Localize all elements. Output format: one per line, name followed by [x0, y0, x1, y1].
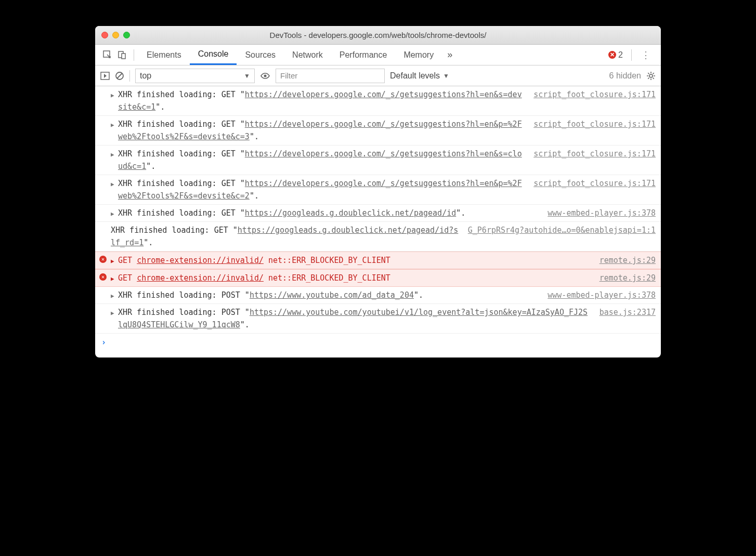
levels-label: Default levels [390, 71, 440, 81]
error-icon: ✕ [608, 51, 616, 59]
source-link[interactable]: script_foot_closure.js:171 [533, 177, 656, 202]
console-log-row[interactable]: ▶XHR finished loading: GET "https://goog… [95, 205, 661, 222]
filter-placeholder: Filter [280, 71, 297, 80]
console-output: ▶XHR finished loading: GET "https://deve… [95, 86, 661, 334]
device-toggle-icon[interactable] [115, 50, 129, 60]
tab-performance[interactable]: Performance [331, 45, 396, 65]
svg-line-12 [648, 73, 649, 74]
svg-line-15 [653, 73, 654, 74]
source-link[interactable]: base.js:2317 [599, 306, 656, 331]
log-message: XHR finished loading: POST "https://www.… [111, 289, 540, 301]
log-message: XHR finished loading: GET "https://devel… [111, 177, 526, 202]
console-log-row[interactable]: XHR finished loading: GET "https://googl… [95, 222, 661, 251]
expand-icon[interactable]: ▶ [111, 180, 114, 189]
svg-point-7 [649, 74, 653, 77]
svg-line-14 [648, 77, 649, 78]
svg-line-5 [117, 73, 122, 78]
expand-icon[interactable]: ▶ [111, 309, 114, 318]
console-log-row[interactable]: ▶XHR finished loading: GET "https://deve… [95, 116, 661, 145]
svg-point-6 [264, 74, 267, 77]
source-link[interactable]: www-embed-player.js:378 [548, 207, 656, 219]
filter-input[interactable]: Filter [276, 69, 385, 83]
svg-line-13 [653, 77, 654, 78]
console-log-row[interactable]: ▶XHR finished loading: GET "https://deve… [95, 145, 661, 175]
source-link[interactable]: script_foot_closure.js:171 [533, 88, 656, 113]
live-expression-icon[interactable] [260, 72, 270, 80]
tab-elements[interactable]: Elements [138, 45, 190, 65]
inspect-icon[interactable] [100, 50, 115, 60]
console-error-row[interactable]: ✕▶GET chrome-extension://invalid/ net::E… [95, 269, 661, 287]
error-icon: ✕ [99, 256, 107, 263]
gear-icon[interactable] [646, 71, 656, 81]
expand-icon[interactable]: ▶ [111, 121, 114, 130]
console-prompt[interactable]: › [95, 334, 661, 358]
console-error-row[interactable]: ✕▶GET chrome-extension://invalid/ net::E… [95, 251, 661, 269]
devtools-window: DevTools - developers.google.com/web/too… [95, 26, 661, 358]
tab-network[interactable]: Network [284, 45, 331, 65]
error-icon: ✕ [99, 273, 107, 281]
sidebar-toggle-icon[interactable] [100, 72, 110, 80]
error-count-badge[interactable]: ✕ 2 [604, 50, 627, 60]
clear-console-icon[interactable] [115, 71, 124, 81]
expand-icon[interactable]: ▶ [111, 209, 114, 219]
svg-rect-2 [122, 54, 125, 59]
log-message: GET chrome-extension://invalid/ net::ERR… [111, 254, 592, 267]
console-toolbar: top ▼ Filter Default levels ▼ 6 hidden [95, 65, 661, 86]
titlebar: DevTools - developers.google.com/web/too… [95, 26, 661, 45]
log-message: GET chrome-extension://invalid/ net::ERR… [111, 272, 592, 284]
console-log-row[interactable]: ▶XHR finished loading: GET "https://deve… [95, 86, 661, 116]
source-link[interactable]: script_foot_closure.js:171 [533, 148, 656, 173]
log-message: XHR finished loading: GET "https://devel… [111, 118, 526, 143]
tab-sources[interactable]: Sources [237, 45, 284, 65]
tab-console[interactable]: Console [190, 45, 237, 65]
context-value: top [140, 71, 151, 81]
source-link[interactable]: script_foot_closure.js:171 [533, 118, 656, 143]
window-title: DevTools - developers.google.com/web/too… [95, 31, 661, 39]
chevron-down-icon: ▼ [244, 72, 250, 80]
tab-memory[interactable]: Memory [395, 45, 442, 65]
chevron-down-icon: ▼ [443, 72, 449, 80]
expand-icon[interactable]: ▶ [111, 257, 114, 266]
context-selector[interactable]: top ▼ [135, 69, 255, 83]
devtools-tabbar: ElementsConsoleSourcesNetworkPerformance… [95, 45, 661, 65]
log-message: XHR finished loading: GET "https://devel… [111, 88, 526, 113]
source-link[interactable]: G_P6rpRSr4g?autohide…o=0&enablejsapi=1:1 [468, 224, 656, 249]
expand-icon[interactable]: ▶ [111, 150, 114, 160]
console-log-row[interactable]: ▶XHR finished loading: POST "https://www… [95, 287, 661, 304]
console-log-row[interactable]: ▶XHR finished loading: GET "https://deve… [95, 175, 661, 205]
hidden-count[interactable]: 6 hidden [609, 71, 641, 81]
source-link[interactable]: remote.js:29 [599, 272, 656, 284]
log-message: XHR finished loading: GET "https://googl… [111, 224, 461, 249]
log-message: XHR finished loading: GET "https://devel… [111, 148, 526, 173]
error-count: 2 [618, 50, 623, 60]
more-tabs-icon[interactable]: » [442, 49, 458, 60]
log-message: XHR finished loading: POST "https://www.… [111, 306, 592, 331]
source-link[interactable]: remote.js:29 [599, 254, 656, 267]
expand-icon[interactable]: ▶ [111, 274, 114, 284]
log-levels-selector[interactable]: Default levels ▼ [390, 71, 449, 81]
source-link[interactable]: www-embed-player.js:378 [548, 289, 656, 301]
console-log-row[interactable]: ▶XHR finished loading: POST "https://www… [95, 304, 661, 334]
expand-icon[interactable]: ▶ [111, 91, 114, 100]
settings-menu-icon[interactable]: ⋮ [636, 49, 656, 61]
log-message: XHR finished loading: GET "https://googl… [111, 207, 540, 219]
expand-icon[interactable]: ▶ [111, 292, 114, 301]
